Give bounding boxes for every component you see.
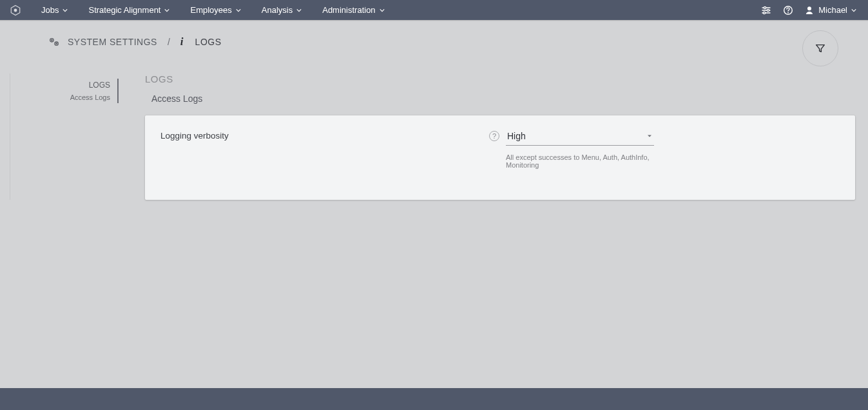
filter-icon [815, 43, 826, 54]
breadcrumb-root[interactable]: SYSTEM SETTINGS [68, 37, 157, 47]
nav-label: Strategic Alignment [88, 5, 160, 15]
svg-point-1 [14, 8, 17, 12]
nav-label: Jobs [41, 5, 59, 15]
user-name: Michael [818, 5, 847, 15]
form-label: Logging verbosity [160, 128, 483, 141]
nav-analysis[interactable]: Analysis [251, 0, 312, 20]
help-icon [783, 5, 793, 15]
top-nav: Jobs Strategic Alignment Employees Analy… [0, 0, 868, 20]
settings-card: Logging verbosity ? High All except succ… [145, 115, 855, 200]
breadcrumb: SYSTEM SETTINGS / i LOGS [0, 21, 868, 48]
main-content: LOGS Access Logs Logging verbosity ? Hig… [119, 73, 868, 200]
settings-sliders-button[interactable] [755, 0, 777, 20]
form-row-verbosity: Logging verbosity ? High All except succ… [160, 128, 840, 169]
footer-bar [0, 388, 868, 410]
sliders-icon [761, 5, 771, 15]
hexagon-icon [10, 5, 21, 16]
nav-administration[interactable]: Administration [312, 0, 394, 20]
chevron-down-icon [63, 8, 68, 13]
breadcrumb-separator: / [168, 37, 170, 47]
active-marker [117, 79, 119, 92]
chevron-down-icon [296, 8, 302, 13]
app-logo[interactable] [0, 5, 31, 16]
sidebar: LOGS Access Logs [10, 73, 119, 200]
user-icon [804, 5, 815, 15]
select-value: High [507, 131, 526, 141]
verbosity-select[interactable]: High [506, 128, 654, 146]
chevron-down-icon [236, 8, 241, 13]
sidebar-item-logs[interactable]: LOGS [10, 79, 119, 92]
sidebar-item-access-logs[interactable]: Access Logs [10, 92, 119, 103]
svg-point-7 [764, 12, 766, 14]
section-title: LOGS [145, 73, 855, 84]
breadcrumb-current: LOGS [195, 37, 222, 47]
chevron-down-icon [164, 8, 169, 13]
field-hint: All except successes to Menu, Auth, Auth… [506, 153, 654, 169]
nav-label: Analysis [262, 5, 293, 15]
sidebar-item-label: LOGS [89, 81, 110, 90]
nav-label: Employees [190, 5, 231, 15]
svg-point-12 [52, 40, 52, 41]
svg-point-10 [807, 6, 811, 10]
nav-strategic-alignment[interactable]: Strategic Alignment [78, 0, 180, 20]
svg-point-3 [764, 6, 766, 8]
svg-point-14 [56, 43, 57, 44]
svg-point-9 [787, 12, 789, 13]
nav-label: Administration [322, 5, 375, 15]
chevron-down-icon [851, 8, 856, 13]
nav-employees[interactable]: Employees [180, 0, 251, 20]
gears-icon [48, 36, 60, 48]
info-icon: i [180, 35, 184, 48]
question-mark-icon: ? [492, 132, 496, 140]
user-menu[interactable]: Michael [799, 5, 862, 15]
sidebar-item-label: Access Logs [70, 93, 110, 101]
chevron-down-icon [380, 8, 385, 13]
svg-point-5 [767, 9, 769, 11]
caret-down-icon [646, 133, 653, 139]
active-marker [117, 92, 119, 103]
help-button[interactable] [777, 0, 799, 20]
nav-jobs[interactable]: Jobs [31, 0, 78, 20]
field-help-button[interactable]: ? [489, 131, 499, 141]
subsection-title: Access Logs [151, 93, 855, 104]
